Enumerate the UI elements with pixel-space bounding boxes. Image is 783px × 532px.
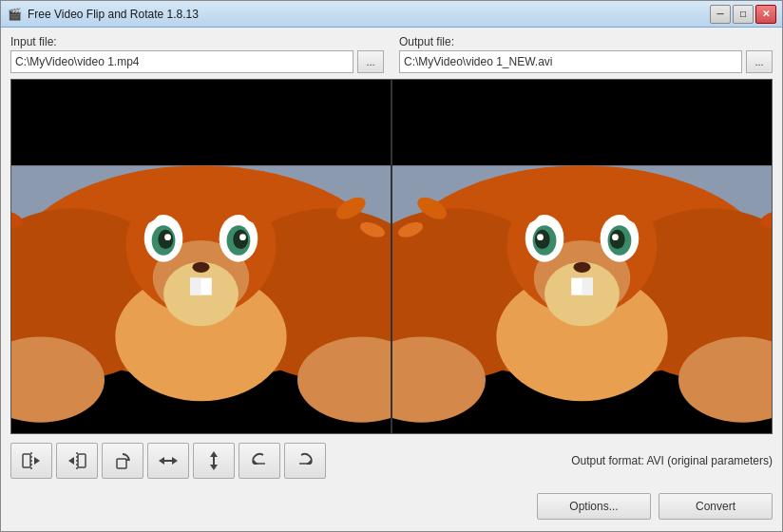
input-file-label: Input file: [10, 35, 384, 48]
svg-point-14 [164, 234, 171, 240]
svg-point-18 [239, 234, 246, 240]
svg-rect-58 [23, 454, 30, 467]
svg-rect-30 [392, 80, 772, 165]
svg-point-51 [620, 171, 662, 224]
input-file-group: Input file: ... [10, 35, 384, 73]
svg-rect-21 [190, 278, 201, 295]
svg-rect-61 [78, 454, 86, 467]
svg-point-48 [573, 262, 590, 273]
convert-button[interactable]: Convert [659, 493, 773, 520]
input-browse-button[interactable]: ... [357, 50, 384, 73]
window-controls: ─ □ ✕ [710, 5, 776, 24]
svg-marker-60 [34, 457, 40, 465]
main-window: 🎬 Free Video Flip and Rotate 1.8.13 ─ □ … [0, 0, 783, 532]
minimize-button[interactable]: ─ [710, 5, 731, 24]
maximize-button[interactable]: □ [733, 5, 754, 24]
preview-left [11, 80, 391, 433]
svg-rect-1 [11, 80, 391, 165]
output-browse-button[interactable]: ... [746, 50, 773, 73]
svg-rect-50 [582, 278, 593, 295]
title-bar: 🎬 Free Video Flip and Rotate 1.8.13 ─ □ … [1, 1, 782, 28]
svg-marker-63 [68, 457, 74, 465]
svg-point-52 [502, 171, 544, 224]
svg-point-19 [192, 262, 209, 273]
content-area: Input file: ... Output file: ... [1, 28, 782, 531]
input-file-row: ... [10, 50, 384, 73]
options-button[interactable]: Options... [537, 493, 651, 520]
flip-vertical-button[interactable] [193, 443, 235, 479]
flip-horizontal-button[interactable] [147, 443, 189, 479]
svg-point-23 [239, 171, 281, 224]
preview-canvas [11, 80, 772, 433]
svg-marker-66 [159, 457, 178, 465]
rotate-ccw-45-button[interactable] [239, 443, 280, 479]
bottom-row: Options... Convert [10, 487, 773, 523]
svg-point-22 [121, 171, 163, 224]
toolbar-row: Output format: AVI (original parameters) [10, 440, 773, 482]
transform-buttons [10, 443, 326, 479]
output-file-field[interactable] [399, 50, 742, 73]
flip-h-left-button[interactable] [10, 443, 52, 479]
close-button[interactable]: ✕ [755, 5, 776, 24]
output-file-group: Output file: ... [399, 35, 773, 73]
window-title: Free Video Flip and Rotate 1.8.13 [28, 8, 710, 21]
svg-rect-65 [117, 459, 126, 468]
rotate-cw-button[interactable] [102, 443, 143, 479]
app-icon: 🎬 [7, 7, 22, 22]
rotate-cw-45-button[interactable] [284, 443, 326, 479]
input-file-field[interactable] [10, 50, 353, 73]
svg-point-43 [612, 234, 619, 240]
file-selector-row: Input file: ... Output file: ... [10, 35, 773, 73]
output-file-label: Output file: [399, 35, 773, 48]
flip-h-right-button[interactable] [56, 443, 98, 479]
svg-point-47 [537, 234, 544, 240]
preview-right [392, 80, 772, 433]
output-format-label: Output format: AVI (original parameters) [571, 454, 773, 467]
svg-marker-67 [210, 451, 218, 470]
output-file-row: ... [399, 50, 773, 73]
preview-area [10, 79, 773, 434]
